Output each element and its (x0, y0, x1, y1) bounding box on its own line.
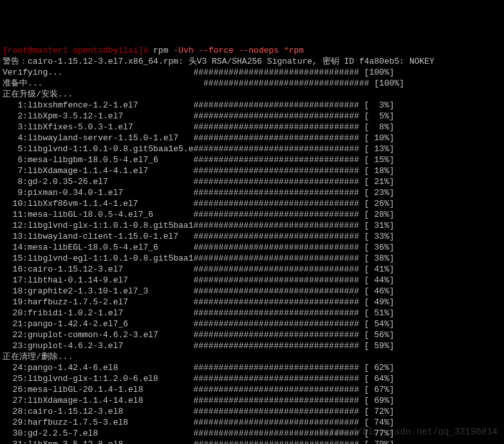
progress-row: 28:cairo-1.15.12-3.el8 #################… (3, 406, 501, 417)
preparing-line: 准备中... #################################… (3, 78, 501, 89)
progress-row: 13:libwayland-client-1.15.0-1.el7 ######… (3, 231, 501, 242)
progress-row: 10:libXxf86vm-1.1.4-1.el7 ##############… (3, 198, 501, 209)
progress-row: 18:graphite2-1.3.10-1.el7_3 ############… (3, 286, 501, 297)
progress-row: 22:gnuplot-common-4.6.2-3.el7 ##########… (3, 329, 501, 340)
warning-line: 警告：cairo-1.15.12-3.el7.x86_64.rpm: 头V3 R… (3, 56, 501, 67)
progress-row: 29:harfbuzz-1.7.5-3.el8 ################… (3, 417, 501, 428)
progress-row: 27:libXdamage-1.1.4-14.el8 #############… (3, 395, 501, 406)
progress-row: 16:cairo-1.15.12-3.el7 #################… (3, 264, 501, 275)
progress-row: 2:libXpm-3.5.12-1.el7 ##################… (3, 111, 501, 122)
progress-row: 31:libXpm-3.5.12-8.el8 #################… (3, 439, 501, 444)
progress-row: 3:libXfixes-5.0.3-1.el7 ################… (3, 122, 501, 133)
progress-row: 1:libxshmfence-1.2-1.el7 ###############… (3, 100, 501, 111)
progress-row: 19:harfbuzz-1.7.5-2.el7 ################… (3, 297, 501, 308)
progress-row: 30:gd-2.2.5-7.el8 ######################… (3, 428, 501, 439)
progress-row: 23:gnuplot-4.6.2-3.el7 #################… (3, 340, 501, 351)
progress-row: 21:pango-1.42.4-2.el7_6 ################… (3, 319, 501, 329)
progress-row: 6:mesa-libgbm-18.0.5-4.el7_6 ###########… (3, 154, 501, 165)
progress-row: 17:libthai-0.1.14-9.el7 ################… (3, 275, 501, 286)
progress-row: 12:libglvnd-glx-1:1.0.1-0.8.git5baa1####… (3, 220, 501, 231)
progress-row: 24:pango-1.42.4-6.el8 ##################… (3, 362, 501, 373)
progress-row: 11:mesa-libGL-18.0.5-4.el7_6 ###########… (3, 209, 501, 220)
progress-row: 9:pixman-0.34.0-1.el7 ##################… (3, 187, 501, 198)
progress-row: 15:libglvnd-egl-1:1.0.1-0.8.git5baa1####… (3, 253, 501, 264)
upgrade-header: 正在升级/安装... (3, 89, 501, 100)
terminal-output[interactable]: [root@master1 opentsdbyilai]# rpm -Uvh -… (3, 45, 501, 444)
prompt-line: [root@master1 opentsdbyilai]# rpm -Uvh -… (3, 45, 501, 56)
cleanup-header: 正在清理/删除... (3, 351, 501, 362)
progress-row: 25:libglvnd-glx-1:1.2.0-6.el8 ##########… (3, 373, 501, 384)
progress-row: 14:mesa-libEGL-18.0.5-4.el7_6 ##########… (3, 242, 501, 253)
progress-row: 8:gd-2.0.35-26.el7 #####################… (3, 176, 501, 187)
progress-row: 20:fribidi-1.0.2-1.el7 #################… (3, 308, 501, 319)
progress-row: 7:libXdamage-1.1.4-4.1.el7 #############… (3, 165, 501, 176)
verifying-line: Verifying... ###########################… (3, 67, 501, 78)
progress-row: 4:libwayland-server-1.15.0-1.el7 #######… (3, 133, 501, 143)
progress-row: 26:mesa-libGL-20.1.4-1.el8 #############… (3, 384, 501, 395)
progress-row: 5:libglvnd-1:1.0.1-0.8.git5baa1e5.e#####… (3, 143, 501, 154)
